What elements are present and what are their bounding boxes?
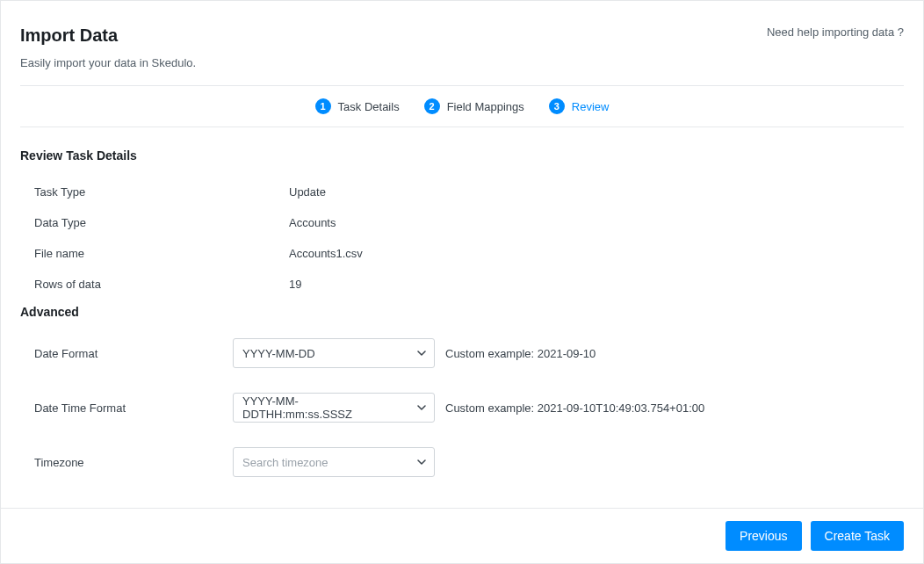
step-review[interactable]: 3 Review	[549, 98, 610, 114]
detail-value: Update	[289, 185, 326, 199]
step-task-details[interactable]: 1 Task Details	[315, 98, 400, 114]
import-data-page: Import Data Need help importing data ? E…	[0, 0, 924, 564]
row-date-format: Date Format YYYY-MM-DD Custom example: 2…	[1, 326, 923, 380]
header: Import Data Need help importing data ?	[1, 1, 923, 46]
step-badge: 3	[549, 98, 565, 114]
detail-row-rows-of-data: Rows of data 19	[34, 269, 904, 300]
date-format-select[interactable]: YYYY-MM-DD	[233, 338, 435, 368]
step-label: Field Mappings	[447, 100, 524, 113]
date-format-label: Date Format	[34, 347, 233, 360]
detail-row-task-type: Task Type Update	[34, 177, 904, 207]
page-subtitle: Easily import your data in Skedulo.	[1, 46, 923, 85]
detail-label: Task Type	[34, 185, 289, 199]
detail-row-data-type: Data Type Accounts	[34, 207, 904, 238]
datetime-format-select[interactable]: YYYY-MM-DDTHH:mm:ss.SSSZ	[233, 393, 435, 423]
detail-value: Accounts	[289, 216, 336, 229]
page-title: Import Data	[20, 25, 118, 46]
step-badge: 1	[315, 98, 331, 114]
create-task-button[interactable]: Create Task	[811, 521, 904, 551]
detail-value: 19	[289, 278, 301, 291]
timezone-select[interactable]: Search timezone	[233, 447, 435, 477]
detail-label: File name	[34, 247, 289, 260]
step-badge: 2	[424, 98, 440, 114]
footer: Previous Create Task	[1, 508, 923, 563]
step-field-mappings[interactable]: 2 Field Mappings	[424, 98, 524, 114]
previous-button[interactable]: Previous	[725, 521, 801, 551]
step-label: Task Details	[338, 100, 400, 113]
date-format-example: Custom example: 2021-09-10	[445, 347, 596, 360]
row-datetime-format: Date Time Format YYYY-MM-DDTHH:mm:ss.SSS…	[1, 380, 923, 435]
select-placeholder: Search timezone	[233, 447, 435, 477]
stepper: 1 Task Details 2 Field Mappings 3 Review	[1, 86, 923, 127]
detail-label: Data Type	[34, 216, 289, 229]
detail-value: Accounts1.csv	[289, 247, 363, 260]
row-timezone: Timezone Search timezone	[1, 435, 923, 489]
review-heading: Review Task Details	[1, 127, 923, 170]
select-value: YYYY-MM-DD	[233, 338, 435, 368]
detail-label: Rows of data	[34, 278, 289, 291]
step-label: Review	[572, 100, 610, 113]
select-value: YYYY-MM-DDTHH:mm:ss.SSSZ	[233, 393, 435, 423]
detail-row-file-name: File name Accounts1.csv	[34, 238, 904, 269]
review-details: Task Type Update Data Type Accounts File…	[1, 170, 923, 300]
help-link[interactable]: Need help importing data ?	[767, 25, 904, 39]
timezone-label: Timezone	[34, 456, 233, 469]
datetime-format-example: Custom example: 2021-09-10T10:49:03.754+…	[445, 401, 704, 415]
advanced-heading: Advanced	[1, 300, 923, 326]
datetime-format-label: Date Time Format	[34, 401, 233, 415]
